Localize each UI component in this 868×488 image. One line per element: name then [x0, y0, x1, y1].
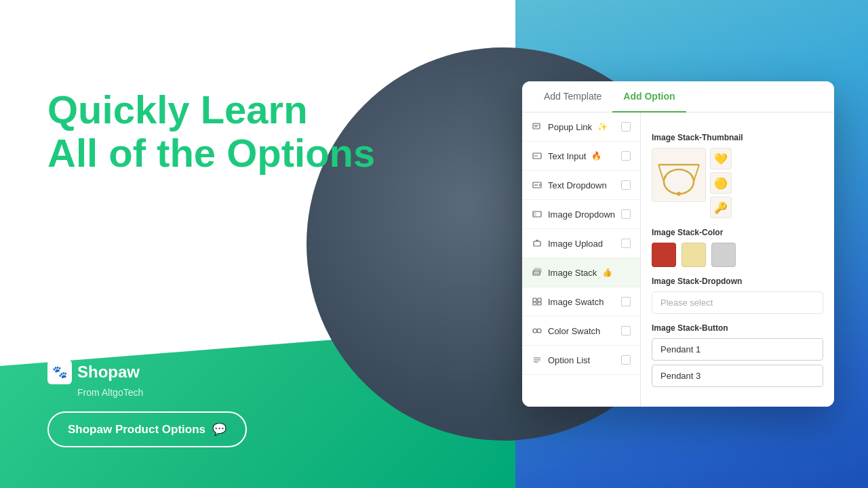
svg-line-24 [694, 165, 699, 182]
button-section: Image Stack-Button Pendant 1Pendant 3 [652, 323, 823, 387]
color-section: Image Stack-Color [652, 228, 823, 267]
option-checkbox[interactable] [621, 151, 631, 161]
option-checkbox[interactable] [621, 180, 631, 190]
option-label: Popup Link [548, 122, 592, 132]
option-item-left: Image Stack 👍 [532, 267, 612, 278]
option-icon [532, 209, 542, 220]
brand-sub: From AltgoTech [77, 387, 247, 398]
option-item-text-dropdown[interactable]: Text Dropdown [522, 171, 640, 200]
option-badge: ✨ [597, 122, 608, 131]
thumbnail-section: Image Stack-Thumbnail [652, 133, 823, 218]
brand-section: 🐾 Shopaw From AltgoTech Shopaw Product O… [47, 360, 247, 447]
option-icon [532, 180, 542, 190]
option-label: Option List [548, 355, 590, 365]
option-item-left: Image Upload [532, 238, 603, 249]
dropdown-label: Image Stack-Dropdown [652, 277, 823, 286]
tab-add-option[interactable]: Add Option [612, 81, 686, 113]
color-swatch-f0e0a0[interactable] [682, 243, 706, 267]
option-item-image-stack[interactable]: Image Stack 👍 [522, 258, 640, 287]
button-label: Image Stack-Button [652, 323, 823, 333]
option-checkbox[interactable] [621, 326, 631, 336]
svg-rect-13 [533, 298, 536, 302]
option-item-option-list[interactable]: Option List [522, 346, 640, 375]
paw-icon: 🐾 [52, 365, 67, 380]
option-icon [532, 296, 542, 307]
small-thumbnails: 💛 🟡 🔑 [710, 148, 732, 218]
option-checkbox[interactable] [621, 239, 631, 248]
color-swatch-d0d0d0[interactable] [711, 243, 736, 267]
stack-btn-pendant-1[interactable]: Pendant 1 [652, 338, 823, 361]
svg-rect-8 [534, 212, 536, 216]
option-item-left: Image Dropdown [532, 209, 615, 220]
ui-card: Add Template Add Option [522, 81, 834, 407]
content-panel: Image Stack-Thumbnail [641, 113, 834, 407]
small-thumb-1: 💛 [710, 148, 732, 169]
chain-necklace-svg [655, 151, 703, 199]
option-icon [532, 325, 542, 336]
thumbnail-row: 💛 🟡 🔑 [652, 148, 823, 218]
option-item-text-input[interactable]: Text Input 🔥 [522, 142, 640, 171]
brand-logo: 🐾 Shopaw [47, 360, 247, 384]
option-item-left: Option List [532, 354, 590, 365]
cta-button[interactable]: Shopaw Product Options 💬 [47, 411, 247, 447]
color-swatch-c0392b[interactable] [652, 243, 676, 267]
shopaw-logo-icon: 🐾 [47, 360, 72, 384]
option-label: Text Input [548, 151, 586, 161]
main-thumbnail [652, 148, 706, 202]
tab-add-template[interactable]: Add Template [533, 81, 612, 113]
option-item-image-upload[interactable]: Image Upload [522, 229, 640, 258]
option-icon [532, 354, 542, 365]
option-checkbox[interactable] [621, 209, 631, 219]
small-thumb-3: 🔑 [710, 197, 732, 218]
option-label: Image Upload [548, 239, 603, 249]
option-item-color-swatch[interactable]: Color Swatch [522, 317, 640, 346]
svg-point-27 [691, 176, 694, 178]
option-checkbox[interactable] [621, 297, 631, 306]
option-item-image-dropdown[interactable]: Image Dropdown [522, 200, 640, 229]
option-icon [532, 238, 542, 249]
option-label: Image Stack [548, 268, 597, 278]
option-badge: 🔥 [591, 151, 601, 161]
cta-icon: 💬 [212, 422, 226, 436]
dropdown-section: Image Stack-Dropdown Please select [652, 277, 823, 314]
cta-label: Shopaw Product Options [68, 423, 205, 436]
option-icon [532, 267, 542, 278]
dropdown-field[interactable]: Please select [652, 291, 823, 314]
stack-buttons: Pendant 1Pendant 3 [652, 338, 823, 387]
option-label: Color Swatch [548, 326, 600, 336]
brand-name: Shopaw [77, 363, 140, 382]
color-label: Image Stack-Color [652, 228, 823, 237]
svg-rect-9 [534, 241, 540, 246]
hero-line1: Quickly Learn [47, 87, 308, 131]
svg-rect-14 [538, 298, 541, 302]
option-checkbox[interactable] [621, 355, 631, 365]
color-row [652, 243, 823, 267]
option-item-left: Color Swatch [532, 325, 600, 336]
svg-point-28 [677, 192, 681, 196]
hero-section: Quickly Learn All of the Options [47, 88, 375, 175]
option-list: Popup Link ✨ Text Input 🔥 [522, 113, 641, 407]
option-item-image-swatch[interactable]: Image Swatch [522, 287, 640, 317]
option-icon [532, 150, 542, 161]
card-tabs: Add Template Add Option [522, 81, 834, 113]
option-label: Image Dropdown [548, 209, 615, 220]
svg-rect-15 [533, 302, 536, 305]
small-thumb-2: 🟡 [710, 172, 732, 194]
option-checkbox[interactable] [621, 122, 631, 131]
option-label: Image Swatch [548, 297, 604, 307]
svg-point-26 [664, 176, 667, 178]
svg-line-23 [658, 165, 664, 182]
option-item-popup-link[interactable]: Popup Link ✨ [522, 113, 640, 142]
svg-point-22 [664, 169, 694, 194]
hero-line2: All of the Options [47, 131, 375, 175]
option-label: Text Dropdown [548, 180, 607, 190]
option-badge: 👍 [602, 268, 612, 277]
stack-btn-pendant-3[interactable]: Pendant 3 [652, 365, 823, 387]
card-body: Popup Link ✨ Text Input 🔥 [522, 113, 834, 407]
option-item-left: Text Dropdown [532, 180, 607, 190]
svg-rect-0 [533, 123, 540, 129]
thumbnail-label: Image Stack-Thumbnail [652, 133, 823, 142]
option-icon [532, 121, 542, 132]
option-item-left: Popup Link ✨ [532, 121, 608, 132]
option-item-left: Text Input 🔥 [532, 150, 601, 161]
